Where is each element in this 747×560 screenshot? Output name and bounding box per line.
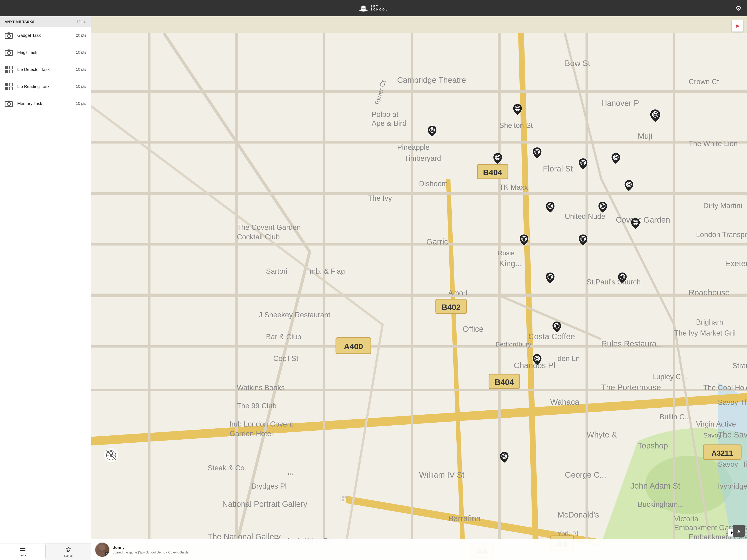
task-item-flags[interactable]: Flags Task 10 pts (0, 44, 91, 61)
svg-text:Polpo at: Polpo at (371, 110, 398, 118)
svg-text:Brigham: Brigham (696, 318, 723, 326)
compass-button[interactable]: ➤ (731, 20, 743, 32)
svg-text:Hanover Pl: Hanover Pl (601, 99, 641, 108)
task-name-lie-detector: Lie Detector Task (17, 67, 72, 72)
camera-icon-gadget (5, 31, 13, 40)
task-pts-memory: 10 pts (76, 102, 86, 106)
task-name-flags: Flags Task (17, 50, 72, 55)
svg-text:Exeter St: Exeter St (725, 259, 747, 268)
svg-text:mb. & Flag: mb. & Flag (310, 267, 345, 275)
task-name-gadget: Gadget Task (17, 33, 72, 38)
svg-text:Dirty Martini: Dirty Martini (703, 202, 742, 210)
svg-point-19 (7, 102, 10, 106)
svg-text:Barrafina: Barrafina (448, 514, 481, 523)
grid-icon-lip-reading (5, 82, 13, 91)
nav-tasks-label: Tasks (19, 554, 26, 557)
svg-text:Rules Restaura...: Rules Restaura... (601, 339, 663, 348)
task-name-memory: Memory Task (17, 101, 72, 106)
panel-total-pts: 60 pts (77, 20, 86, 24)
svg-rect-3 (362, 9, 365, 9)
svg-text:The Porterhouse: The Porterhouse (601, 383, 661, 392)
svg-rect-17 (9, 87, 12, 90)
user-avatar: " (95, 542, 110, 557)
task-pts-lip-reading: 10 pts (76, 84, 86, 89)
svg-text:The White Lion: The White Lion (689, 139, 738, 148)
left-panel: ANYTIME TASKS 60 pts Gadget Task 20 pts (0, 16, 91, 560)
svg-point-2 (362, 6, 366, 7)
svg-text:The 99 Club: The 99 Club (237, 402, 276, 410)
svg-text:Garric: Garric (426, 237, 448, 246)
nav-tasks[interactable]: Tasks (0, 543, 45, 560)
svg-text:The Coal Hole: The Coal Hole (703, 383, 747, 392)
svg-text:Bow St: Bow St (565, 59, 590, 68)
svg-rect-12 (5, 70, 8, 73)
svg-text:Dishoom: Dishoom (419, 180, 448, 188)
svg-text:National Portrait Gallery: National Portrait Gallery (222, 500, 307, 508)
svg-text:John Adam St: John Adam St (630, 481, 680, 490)
svg-rect-24 (67, 551, 69, 552)
svg-rect-20 (7, 101, 10, 102)
task-list: Gadget Task 20 pts Flags Task 10 pts (0, 27, 91, 543)
svg-rect-14 (5, 83, 8, 86)
svg-text:Cecil St: Cecil St (273, 354, 299, 363)
task-item-gadget[interactable]: Gadget Task 20 pts (0, 27, 91, 44)
svg-rect-25 (67, 552, 70, 552)
svg-text:Ape & Bird: Ape & Bird (371, 119, 406, 127)
svg-text:George C...: George C... (565, 471, 606, 479)
svg-rect-21 (20, 547, 25, 548)
task-name-lip-reading: Lip Reading Task (17, 84, 72, 89)
svg-text:Whyte &: Whyte & (587, 430, 617, 439)
activity-text: Jonny Joined the game (Spy School Demo -… (113, 545, 743, 554)
map-area[interactable]: Cambridge Theatre Bow St Crown Ct Hanove… (91, 16, 747, 560)
map-background: Cambridge Theatre Bow St Crown Ct Hanove… (91, 16, 747, 560)
svg-text:Strand Palace Hotel: Strand Palace Hotel (732, 362, 747, 370)
svg-text:Savoy Hill: Savoy Hill (718, 460, 747, 468)
svg-text:Ivybridge...: Ivybridge... (718, 482, 747, 490)
svg-text:den Ln: den Ln (558, 354, 580, 363)
activity-bar: " Jonny Joined the game (Spy School Demo… (91, 539, 747, 560)
panel-title: ANYTIME TASKS (5, 20, 34, 24)
svg-text:Topshop: Topshop (638, 441, 668, 450)
quote-icon: " (105, 552, 109, 557)
svg-text:Steak & Co.: Steak & Co. (208, 464, 247, 472)
svg-point-8 (7, 51, 10, 55)
svg-text:Wahaca: Wahaca (550, 398, 579, 406)
svg-point-5 (7, 34, 10, 37)
svg-text:Lupley C...: Lupley C... (652, 373, 687, 381)
svg-text:Savoy Theatre: Savoy Theatre (718, 398, 747, 406)
svg-text:Roadhouse: Roadhouse (689, 288, 730, 297)
svg-text:St.Paul's Church: St.Paul's Church (587, 278, 641, 286)
logo-text: SPY SCHOOL (370, 5, 388, 11)
svg-rect-16 (5, 87, 8, 90)
task-item-memory[interactable]: Memory Task 10 pts (0, 95, 91, 112)
svg-text:Garden Hotel: Garden Hotel (229, 430, 273, 438)
svg-text:B404: B404 (495, 378, 514, 386)
svg-rect-15 (9, 83, 12, 86)
settings-button[interactable]: ⚙ (736, 4, 741, 12)
svg-text:Bar & Club: Bar & Club (266, 333, 301, 341)
svg-text:Bullin C...: Bullin C... (660, 413, 691, 421)
task-item-lie-detector[interactable]: Lie Detector Task 10 pts (0, 61, 91, 78)
bottom-nav: Tasks Scores (0, 543, 91, 560)
svg-text:Watkins Books: Watkins Books (237, 383, 285, 392)
svg-text:Buckingham...: Buckingham... (638, 500, 684, 508)
svg-rect-6 (7, 32, 10, 34)
top-bar: SPY SCHOOL ⚙ (0, 0, 747, 16)
svg-text:Cambridge Theatre: Cambridge Theatre (397, 76, 466, 84)
svg-text:London Transport M: London Transport M (696, 231, 747, 239)
camera-icon-memory (5, 99, 13, 108)
app-logo: SPY SCHOOL (359, 3, 388, 13)
svg-text:Virgin Active: Virgin Active (696, 420, 736, 428)
svg-text:Covent Garden: Covent Garden (616, 215, 670, 224)
main-content: ANYTIME TASKS 60 pts Gadget Task 20 pts (0, 16, 747, 560)
svg-text:Rosie: Rosie (498, 250, 515, 257)
nav-scores-label: Scores (64, 554, 72, 557)
svg-rect-13 (9, 70, 12, 73)
svg-text:Pineapple: Pineapple (397, 143, 430, 152)
logo-hat-icon (359, 3, 368, 13)
task-item-lip-reading[interactable]: Lip Reading Task 10 pts (0, 78, 91, 95)
svg-text:hub London Covent: hub London Covent (229, 420, 293, 428)
svg-text:William IV St: William IV St (419, 471, 465, 479)
scroll-up-button[interactable]: ▲ (733, 525, 745, 537)
nav-scores[interactable]: Scores (46, 543, 91, 560)
